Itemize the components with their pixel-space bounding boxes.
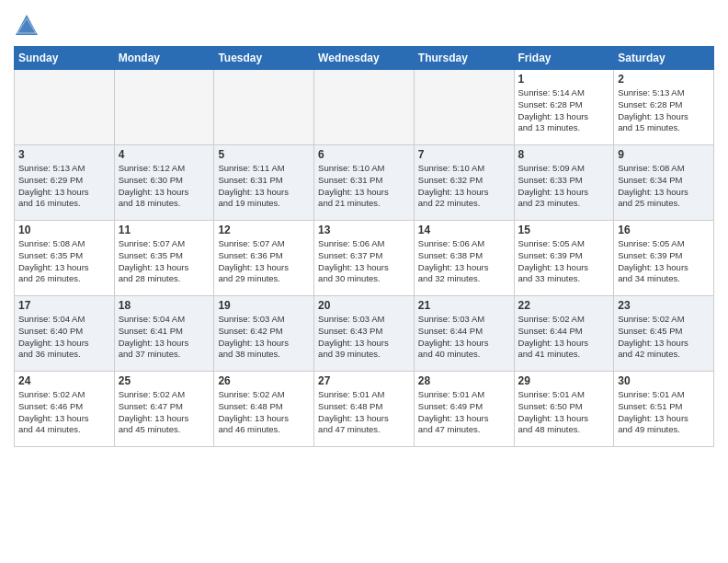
calendar-cell: 12Sunrise: 5:07 AMSunset: 6:36 PMDayligh… bbox=[214, 221, 314, 296]
day-info: Sunrise: 5:08 AMSunset: 6:34 PMDaylight:… bbox=[618, 163, 710, 210]
calendar-cell bbox=[214, 70, 314, 145]
calendar-cell: 6Sunrise: 5:10 AMSunset: 6:31 PMDaylight… bbox=[314, 145, 415, 221]
day-info: Sunrise: 5:01 AMSunset: 6:50 PMDaylight:… bbox=[518, 389, 610, 436]
day-number: 25 bbox=[119, 374, 210, 387]
calendar-cell: 24Sunrise: 5:02 AMSunset: 6:46 PMDayligh… bbox=[15, 372, 115, 447]
day-info: Sunrise: 5:13 AMSunset: 6:28 PMDaylight:… bbox=[618, 87, 710, 134]
day-of-week-header: Wednesday bbox=[314, 47, 415, 70]
day-number: 16 bbox=[618, 224, 710, 236]
logo bbox=[14, 13, 43, 39]
day-number: 13 bbox=[318, 224, 410, 236]
day-info: Sunrise: 5:09 AMSunset: 6:33 PMDaylight:… bbox=[518, 163, 610, 210]
calendar-cell: 3Sunrise: 5:13 AMSunset: 6:29 PMDaylight… bbox=[15, 145, 115, 221]
day-info: Sunrise: 5:07 AMSunset: 6:35 PMDaylight:… bbox=[119, 238, 210, 285]
header bbox=[14, 9, 714, 39]
day-number: 21 bbox=[418, 299, 510, 312]
calendar-cell: 26Sunrise: 5:02 AMSunset: 6:48 PMDayligh… bbox=[214, 372, 314, 447]
logo-icon bbox=[14, 13, 40, 39]
calendar-cell: 1Sunrise: 5:14 AMSunset: 6:28 PMDaylight… bbox=[514, 70, 614, 145]
calendar-week-row: 10Sunrise: 5:08 AMSunset: 6:35 PMDayligh… bbox=[15, 221, 714, 296]
day-info: Sunrise: 5:05 AMSunset: 6:39 PMDaylight:… bbox=[518, 238, 610, 285]
calendar-cell: 13Sunrise: 5:06 AMSunset: 6:37 PMDayligh… bbox=[314, 221, 415, 296]
day-number: 8 bbox=[518, 148, 610, 161]
day-of-week-header: Monday bbox=[114, 47, 214, 70]
day-info: Sunrise: 5:08 AMSunset: 6:35 PMDaylight:… bbox=[18, 238, 110, 285]
day-info: Sunrise: 5:14 AMSunset: 6:28 PMDaylight:… bbox=[518, 87, 610, 134]
day-number: 27 bbox=[318, 374, 410, 387]
calendar-cell: 10Sunrise: 5:08 AMSunset: 6:35 PMDayligh… bbox=[15, 221, 115, 296]
day-info: Sunrise: 5:11 AMSunset: 6:31 PMDaylight:… bbox=[218, 163, 310, 210]
day-info: Sunrise: 5:01 AMSunset: 6:49 PMDaylight:… bbox=[418, 389, 510, 436]
calendar-cell: 28Sunrise: 5:01 AMSunset: 6:49 PMDayligh… bbox=[414, 372, 514, 447]
calendar-cell bbox=[15, 70, 115, 145]
calendar-week-row: 17Sunrise: 5:04 AMSunset: 6:40 PMDayligh… bbox=[15, 296, 714, 372]
day-number: 3 bbox=[18, 148, 110, 161]
day-number: 18 bbox=[119, 299, 210, 312]
day-info: Sunrise: 5:04 AMSunset: 6:40 PMDaylight:… bbox=[18, 314, 110, 361]
day-info: Sunrise: 5:03 AMSunset: 6:43 PMDaylight:… bbox=[318, 314, 410, 361]
day-number: 7 bbox=[418, 148, 510, 161]
day-info: Sunrise: 5:02 AMSunset: 6:47 PMDaylight:… bbox=[119, 389, 210, 436]
calendar-page: SundayMondayTuesdayWednesdayThursdayFrid… bbox=[0, 0, 728, 563]
day-info: Sunrise: 5:03 AMSunset: 6:44 PMDaylight:… bbox=[418, 314, 510, 361]
day-of-week-header: Sunday bbox=[15, 47, 115, 70]
day-info: Sunrise: 5:01 AMSunset: 6:48 PMDaylight:… bbox=[318, 389, 410, 436]
day-info: Sunrise: 5:02 AMSunset: 6:45 PMDaylight:… bbox=[618, 314, 710, 361]
day-info: Sunrise: 5:06 AMSunset: 6:38 PMDaylight:… bbox=[418, 238, 510, 285]
day-number: 17 bbox=[18, 299, 110, 312]
calendar-week-row: 3Sunrise: 5:13 AMSunset: 6:29 PMDaylight… bbox=[15, 145, 714, 221]
day-info: Sunrise: 5:07 AMSunset: 6:36 PMDaylight:… bbox=[218, 238, 310, 285]
calendar-table: SundayMondayTuesdayWednesdayThursdayFrid… bbox=[14, 46, 714, 447]
calendar-cell: 22Sunrise: 5:02 AMSunset: 6:44 PMDayligh… bbox=[514, 296, 614, 372]
day-info: Sunrise: 5:06 AMSunset: 6:37 PMDaylight:… bbox=[318, 238, 410, 285]
svg-marker-0 bbox=[16, 15, 38, 35]
day-info: Sunrise: 5:03 AMSunset: 6:42 PMDaylight:… bbox=[218, 314, 310, 361]
day-number: 2 bbox=[618, 73, 710, 86]
calendar-cell bbox=[414, 70, 514, 145]
day-number: 15 bbox=[518, 224, 610, 236]
calendar-cell: 29Sunrise: 5:01 AMSunset: 6:50 PMDayligh… bbox=[514, 372, 614, 447]
day-number: 30 bbox=[618, 374, 710, 387]
day-info: Sunrise: 5:05 AMSunset: 6:39 PMDaylight:… bbox=[618, 238, 710, 285]
header-row: SundayMondayTuesdayWednesdayThursdayFrid… bbox=[15, 47, 714, 70]
day-info: Sunrise: 5:12 AMSunset: 6:30 PMDaylight:… bbox=[119, 163, 210, 210]
calendar-cell: 25Sunrise: 5:02 AMSunset: 6:47 PMDayligh… bbox=[114, 372, 214, 447]
calendar-cell: 20Sunrise: 5:03 AMSunset: 6:43 PMDayligh… bbox=[314, 296, 415, 372]
calendar-cell: 15Sunrise: 5:05 AMSunset: 6:39 PMDayligh… bbox=[514, 221, 614, 296]
day-of-week-header: Thursday bbox=[414, 47, 514, 70]
day-info: Sunrise: 5:10 AMSunset: 6:32 PMDaylight:… bbox=[418, 163, 510, 210]
day-number: 28 bbox=[418, 374, 510, 387]
day-info: Sunrise: 5:04 AMSunset: 6:41 PMDaylight:… bbox=[119, 314, 210, 361]
day-number: 22 bbox=[518, 299, 610, 312]
calendar-cell: 2Sunrise: 5:13 AMSunset: 6:28 PMDaylight… bbox=[614, 70, 714, 145]
day-number: 26 bbox=[218, 374, 310, 387]
calendar-cell: 18Sunrise: 5:04 AMSunset: 6:41 PMDayligh… bbox=[114, 296, 214, 372]
day-number: 19 bbox=[218, 299, 310, 312]
day-number: 9 bbox=[618, 148, 710, 161]
day-info: Sunrise: 5:02 AMSunset: 6:48 PMDaylight:… bbox=[218, 389, 310, 436]
day-of-week-header: Saturday bbox=[614, 47, 714, 70]
calendar-cell: 5Sunrise: 5:11 AMSunset: 6:31 PMDaylight… bbox=[214, 145, 314, 221]
calendar-cell: 17Sunrise: 5:04 AMSunset: 6:40 PMDayligh… bbox=[15, 296, 115, 372]
day-number: 24 bbox=[18, 374, 110, 387]
calendar-cell bbox=[114, 70, 214, 145]
day-of-week-header: Friday bbox=[514, 47, 614, 70]
calendar-cell: 21Sunrise: 5:03 AMSunset: 6:44 PMDayligh… bbox=[414, 296, 514, 372]
calendar-cell: 16Sunrise: 5:05 AMSunset: 6:39 PMDayligh… bbox=[614, 221, 714, 296]
calendar-cell: 19Sunrise: 5:03 AMSunset: 6:42 PMDayligh… bbox=[214, 296, 314, 372]
day-number: 20 bbox=[318, 299, 410, 312]
calendar-cell: 4Sunrise: 5:12 AMSunset: 6:30 PMDaylight… bbox=[114, 145, 214, 221]
calendar-cell: 9Sunrise: 5:08 AMSunset: 6:34 PMDaylight… bbox=[614, 145, 714, 221]
day-info: Sunrise: 5:13 AMSunset: 6:29 PMDaylight:… bbox=[18, 163, 110, 210]
day-info: Sunrise: 5:02 AMSunset: 6:44 PMDaylight:… bbox=[518, 314, 610, 361]
calendar-cell: 11Sunrise: 5:07 AMSunset: 6:35 PMDayligh… bbox=[114, 221, 214, 296]
day-number: 10 bbox=[18, 224, 110, 236]
day-number: 4 bbox=[119, 148, 210, 161]
day-number: 6 bbox=[318, 148, 410, 161]
day-number: 11 bbox=[119, 224, 210, 236]
calendar-cell: 14Sunrise: 5:06 AMSunset: 6:38 PMDayligh… bbox=[414, 221, 514, 296]
day-number: 14 bbox=[418, 224, 510, 236]
day-number: 29 bbox=[518, 374, 610, 387]
day-info: Sunrise: 5:10 AMSunset: 6:31 PMDaylight:… bbox=[318, 163, 410, 210]
day-info: Sunrise: 5:01 AMSunset: 6:51 PMDaylight:… bbox=[618, 389, 710, 436]
